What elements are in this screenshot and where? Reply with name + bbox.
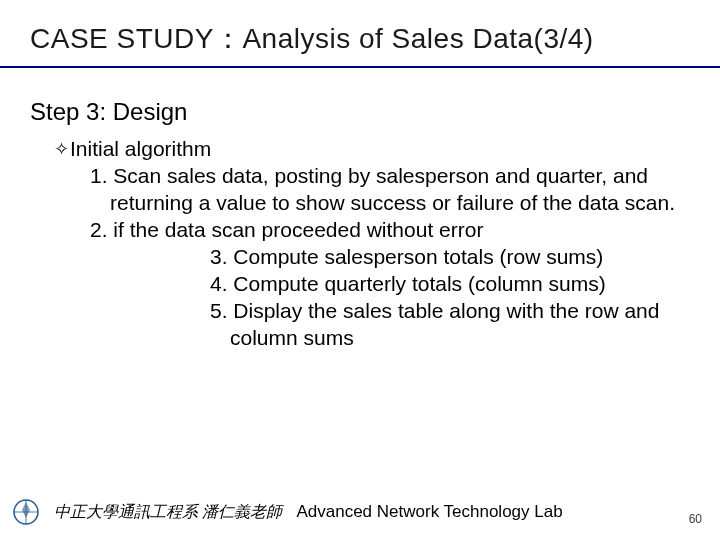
page-number: 60 (689, 512, 702, 526)
list-item: 1. Scan sales data, posting by salespers… (90, 162, 690, 216)
list-item: 2. if the data scan proceeded without er… (90, 216, 690, 243)
footer: 中正大學通訊工程系 潘仁義老師 Advanced Network Technol… (0, 494, 720, 530)
numbered-list: 1. Scan sales data, posting by salespers… (90, 162, 690, 243)
step-heading: Step 3: Design (30, 98, 690, 126)
list-item: 5. Display the sales table along with th… (210, 297, 690, 351)
bullet-label: Initial algorithm (70, 136, 211, 162)
slide-title: CASE STUDY：Analysis of Sales Data(3/4) (0, 20, 720, 68)
list-item: 4. Compute quarterly totals (column sums… (210, 270, 690, 297)
content-area: Step 3: Design ✧ Initial algorithm 1. Sc… (0, 68, 720, 351)
slide: CASE STUDY：Analysis of Sales Data(3/4) S… (0, 0, 720, 540)
footer-text-en: Advanced Network Technology Lab (296, 502, 562, 522)
footer-text-cn: 中正大學通訊工程系 潘仁義老師 (54, 502, 282, 523)
sub-numbered-list: 3. Compute salesperson totals (row sums)… (210, 243, 690, 351)
diamond-bullet-icon: ✧ (54, 136, 70, 162)
logo-icon (8, 494, 44, 530)
bullet-line: ✧ Initial algorithm (54, 136, 690, 162)
list-item: 3. Compute salesperson totals (row sums) (210, 243, 690, 270)
